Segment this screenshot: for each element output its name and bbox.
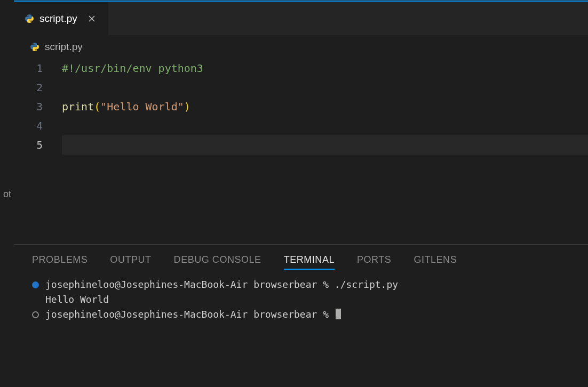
sidebar-text-fragment: ot <box>3 189 11 200</box>
tab-label: script.py <box>39 13 77 25</box>
breadcrumb-label: script.py <box>45 41 83 53</box>
tab-gitlens[interactable]: GITLENS <box>414 254 457 270</box>
code-line: 3 print("Hello World") <box>30 97 588 116</box>
close-icon[interactable] <box>86 13 98 25</box>
prompt-dot-icon <box>32 311 39 318</box>
python-icon <box>30 42 39 52</box>
terminal-text: josephineloo@Josephines-MacBook-Air brow… <box>45 307 341 322</box>
main-area: script.py script.py 1 #!/usr/bin/env pyt… <box>14 0 588 387</box>
code-line: 5 <box>30 135 588 155</box>
code-line: 2 <box>30 78 588 97</box>
terminal-cursor <box>336 309 341 319</box>
terminal-output[interactable]: josephineloo@Josephines-MacBook-Air brow… <box>14 277 588 322</box>
line-number: 4 <box>30 120 62 132</box>
tab-output[interactable]: OUTPUT <box>110 254 151 270</box>
terminal-line: josephineloo@Josephines-MacBook-Air brow… <box>32 307 570 322</box>
breadcrumb[interactable]: script.py <box>14 35 588 59</box>
code-editor[interactable]: 1 #!/usr/bin/env python3 2 3 print("Hell… <box>14 59 588 244</box>
current-line-highlight <box>62 135 588 155</box>
code-line: 4 <box>30 116 588 135</box>
terminal-text: josephineloo@Josephines-MacBook-Air brow… <box>45 277 398 292</box>
line-number: 1 <box>30 62 62 74</box>
bottom-panel: PROBLEMS OUTPUT DEBUG CONSOLE TERMINAL P… <box>14 244 588 387</box>
prompt-dot-icon <box>32 281 39 288</box>
tab-script-py[interactable]: script.py <box>14 2 109 35</box>
tab-terminal[interactable]: TERMINAL <box>284 254 335 270</box>
code-content: #!/usr/bin/env python3 <box>62 62 203 75</box>
line-number: 2 <box>30 82 62 93</box>
terminal-text: Hello World <box>45 292 109 307</box>
line-number: 5 <box>30 139 62 151</box>
code-line: 1 #!/usr/bin/env python3 <box>30 59 588 78</box>
editor-tabs: script.py <box>14 1 588 35</box>
terminal-line: josephineloo@Josephines-MacBook-Air brow… <box>32 277 570 292</box>
sidebar-fragment: ot <box>0 0 14 387</box>
panel-tabs: PROBLEMS OUTPUT DEBUG CONSOLE TERMINAL P… <box>14 245 588 277</box>
terminal-line: Hello World <box>45 292 570 307</box>
python-icon <box>25 14 34 23</box>
code-content: print("Hello World") <box>62 100 190 113</box>
tab-debug-console[interactable]: DEBUG CONSOLE <box>174 254 261 270</box>
tab-ports[interactable]: PORTS <box>357 254 391 270</box>
tab-problems[interactable]: PROBLEMS <box>32 254 88 270</box>
line-number: 3 <box>30 101 62 112</box>
